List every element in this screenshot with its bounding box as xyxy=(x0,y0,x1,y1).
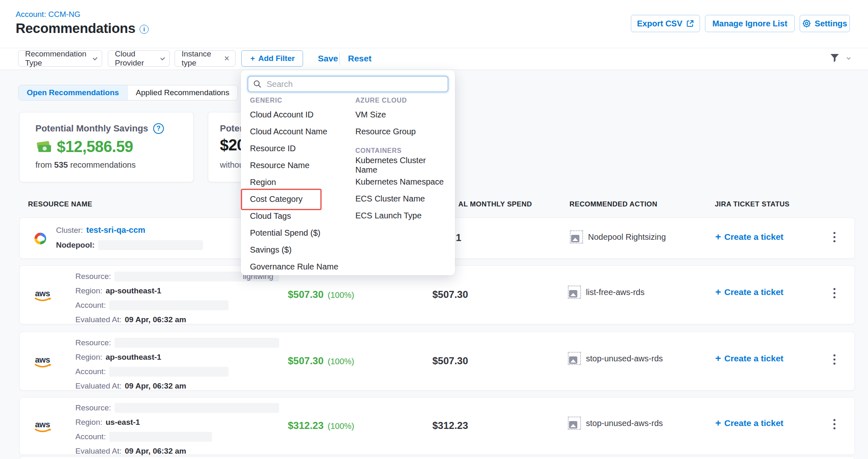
filter-option-cloud-account-name[interactable]: Cloud Account Name xyxy=(250,123,349,140)
cluster-name-link[interactable]: test-sri-qa-ccm xyxy=(86,225,145,235)
create-ticket-label: Create a ticket xyxy=(724,232,784,242)
filter-option-savings[interactable]: Savings ($) xyxy=(250,241,349,258)
evaluated-at-label: Evaluated At: xyxy=(75,315,121,324)
dropdown-column-right: AZURE CLOUD VM Size Resource Group CONTA… xyxy=(355,95,450,224)
filter-pill-cloud-provider[interactable]: Cloud Provider xyxy=(108,50,170,67)
filter-option-kubernetes-cluster-name[interactable]: Kubernetes Cluster Name xyxy=(355,157,450,173)
svg-text:aws: aws xyxy=(35,420,50,429)
recommendations-page: Account: CCM-NG Recommendations i Export… xyxy=(0,0,868,459)
filter-option-vm-size[interactable]: VM Size xyxy=(355,106,450,123)
tab-open-recommendations[interactable]: Open Recommendations xyxy=(19,85,127,100)
pill-label: Instance type xyxy=(182,49,219,68)
section-title-azure-cloud: AZURE CLOUD xyxy=(355,95,450,106)
help-icon[interactable]: ? xyxy=(153,123,164,134)
column-header-recommended-action: RECOMMENDED ACTION xyxy=(569,200,657,208)
filter-option-potential-spend[interactable]: Potential Spend ($) xyxy=(250,225,349,241)
create-ticket-link[interactable]: + Create a ticket xyxy=(715,231,784,243)
save-filter-link[interactable]: Save xyxy=(318,54,338,63)
spend-subtitle-partial: withou xyxy=(220,160,244,170)
evaluated-at-value: 09 Apr, 06:32 am xyxy=(125,315,186,324)
savings-sub-suffix: recommendations xyxy=(70,160,136,169)
create-ticket-link[interactable]: + Create a ticket xyxy=(715,353,784,364)
column-header-jira-ticket-status: JIRA TICKET STATUS xyxy=(715,200,790,208)
filter-pill-instance-type[interactable]: Instance type × xyxy=(175,50,236,67)
redacted-resource-value xyxy=(114,403,279,413)
create-ticket-label: Create a ticket xyxy=(724,287,784,297)
filter-option-resource-id[interactable]: Resource ID xyxy=(250,140,349,157)
manage-ignore-list-button[interactable]: Manage Ignore List xyxy=(705,15,795,32)
gcp-logo-icon xyxy=(32,231,49,246)
filter-search-box[interactable] xyxy=(247,76,448,92)
kebab-menu[interactable] xyxy=(832,286,837,300)
filter-option-resource-name[interactable]: Resource Name xyxy=(250,157,349,174)
filter-search-input[interactable] xyxy=(266,79,443,89)
filter-option-cloud-tags[interactable]: Cloud Tags xyxy=(250,208,349,225)
close-icon[interactable]: × xyxy=(224,54,229,63)
region-value: ap-southeast-1 xyxy=(106,286,161,295)
info-icon[interactable]: i xyxy=(140,25,149,34)
filter-links-divider xyxy=(339,52,340,65)
image-placeholder-icon xyxy=(570,230,583,244)
savings-sub-prefix: from xyxy=(35,160,52,169)
table-row-partial xyxy=(19,457,855,459)
recommended-action-label: Nodepool Rightsizing xyxy=(588,232,666,242)
kebab-menu[interactable] xyxy=(832,230,837,244)
filter-option-cloud-account-id[interactable]: Cloud Account ID xyxy=(250,106,349,123)
pill-label: Recommendation Type xyxy=(25,49,88,68)
create-ticket-link[interactable]: + Create a ticket xyxy=(715,286,784,298)
account-label: Account: xyxy=(75,301,106,310)
monthly-savings-value: $507.30 xyxy=(288,355,324,367)
kebab-menu[interactable] xyxy=(832,353,837,366)
filter-option-ecs-launch-type[interactable]: ECS Launch Type xyxy=(355,207,450,224)
chevron-down-icon xyxy=(160,56,165,61)
export-csv-button[interactable]: Export CSV xyxy=(631,15,700,32)
savings-percent: (100%) xyxy=(328,422,354,431)
monthly-spend-value: $507.30 xyxy=(432,289,468,300)
create-ticket-label: Create a ticket xyxy=(724,418,784,428)
recommendations-tabs: Open Recommendations Applied Recommendat… xyxy=(18,85,238,101)
section-title-generic: GENERIC xyxy=(250,95,349,106)
potential-monthly-savings-card: Potential Monthly Savings ? $12,586.59 f… xyxy=(19,112,194,182)
filter-option-kubernetes-namespace[interactable]: Kubernetes Namespace xyxy=(355,173,450,190)
filter-option-governance-rule-name[interactable]: Governance Rule Name xyxy=(250,258,349,275)
aws-logo-icon: aws xyxy=(33,418,54,436)
filter-option-cost-category[interactable]: Cost Category xyxy=(250,191,349,208)
filter-funnel-button[interactable] xyxy=(829,53,849,63)
account-label: Account: xyxy=(75,432,106,441)
header-divider xyxy=(0,48,868,48)
filter-option-ecs-cluster-name[interactable]: ECS Cluster Name xyxy=(355,190,450,207)
recommended-action-label: stop-unused-aws-rds xyxy=(586,419,663,428)
reset-filter-link[interactable]: Reset xyxy=(348,54,371,63)
image-placeholder-icon xyxy=(568,352,581,365)
filter-option-region[interactable]: Region xyxy=(250,174,349,191)
evaluated-at-label: Evaluated At: xyxy=(75,447,121,456)
filter-pill-recommendation-type[interactable]: Recommendation Type xyxy=(18,50,102,67)
funnel-icon xyxy=(829,53,840,63)
add-filter-dropdown: GENERIC Cloud Account ID Cloud Account N… xyxy=(241,70,455,275)
money-icon xyxy=(35,141,53,154)
savings-subtitle: from 535 recommendations xyxy=(35,160,135,170)
table-row: aws Resource: Region:us-east-1 Account: … xyxy=(19,397,855,455)
svg-text:aws: aws xyxy=(35,355,50,364)
region-label: Region: xyxy=(75,353,103,362)
pill-label: Cloud Provider xyxy=(115,49,156,68)
region-value: us-east-1 xyxy=(106,418,140,427)
filter-option-resource-group[interactable]: Resource Group xyxy=(355,123,450,140)
savings-card-title: Potential Monthly Savings xyxy=(35,123,148,134)
svg-text:aws: aws xyxy=(35,289,50,298)
redacted-nodepool-value xyxy=(98,240,203,250)
gear-icon xyxy=(803,19,811,28)
breadcrumb[interactable]: Account: CCM-NG xyxy=(16,10,80,19)
kebab-menu[interactable] xyxy=(832,417,837,431)
page-title-text: Recommendations xyxy=(16,21,135,36)
create-ticket-label: Create a ticket xyxy=(724,354,784,363)
settings-label: Settings xyxy=(815,19,847,28)
evaluated-at-label: Evaluated At: xyxy=(75,382,121,391)
settings-button[interactable]: Settings xyxy=(800,15,850,32)
search-icon xyxy=(253,80,262,89)
add-filter-button[interactable]: + Add Filter xyxy=(241,50,303,67)
create-ticket-link[interactable]: + Create a ticket xyxy=(715,417,784,429)
tab-applied-recommendations[interactable]: Applied Recommendations xyxy=(127,85,238,100)
manage-ignore-list-label: Manage Ignore List xyxy=(712,19,787,28)
account-label: Account: xyxy=(75,367,106,376)
